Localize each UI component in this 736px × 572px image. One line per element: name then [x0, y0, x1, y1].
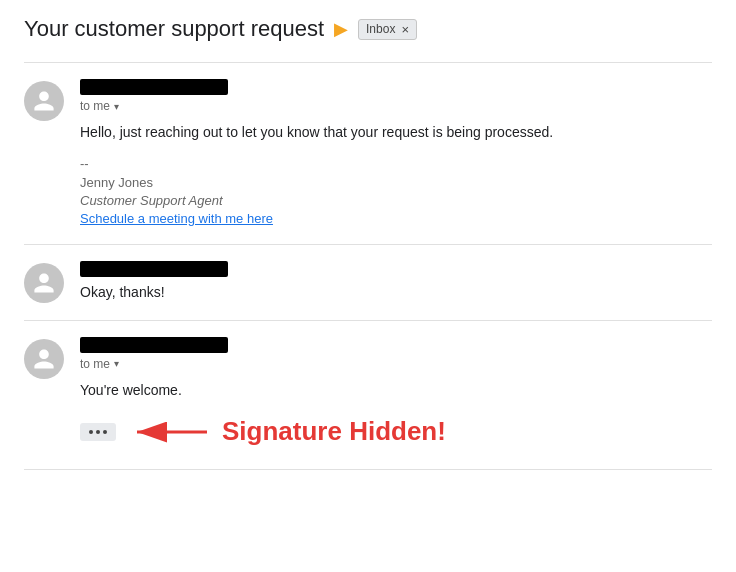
sender-name-bar-3 [80, 337, 228, 353]
inbox-badge[interactable]: Inbox × [358, 19, 417, 40]
signature-name-1: Jenny Jones [80, 174, 712, 192]
message-2-content: Okay, thanks! [80, 261, 712, 303]
signature-separator-1: -- Jenny Jones Customer Support Agent Sc… [80, 155, 712, 228]
message-3: to me ▾ You're welcome. [24, 321, 712, 470]
person-icon-1 [32, 89, 56, 113]
to-me-label-3: to me [80, 357, 110, 371]
to-me-3[interactable]: to me ▾ [80, 357, 712, 371]
person-icon-3 [32, 347, 56, 371]
dot-1 [89, 430, 93, 434]
to-me-chevron-3: ▾ [114, 358, 119, 369]
message-text-3: You're welcome. [80, 382, 182, 398]
message-body-1: Hello, just reaching out to let you know… [80, 121, 712, 228]
signature-link-1[interactable]: Schedule a meeting with me here [80, 211, 273, 226]
dots-button[interactable] [80, 423, 116, 441]
to-me-chevron-1: ▾ [114, 101, 119, 112]
message-thread: to me ▾ Hello, just reaching out to let … [24, 62, 712, 470]
inbox-badge-close[interactable]: × [401, 22, 409, 37]
message-body-3: You're welcome. [80, 379, 712, 453]
email-title: Your customer support request [24, 16, 324, 42]
to-me-label-1: to me [80, 99, 110, 113]
email-header: Your customer support request ▶ Inbox × [24, 16, 712, 42]
dot-3 [103, 430, 107, 434]
page-container: Your customer support request ▶ Inbox × … [0, 0, 736, 486]
signature-role-1: Customer Support Agent [80, 192, 712, 210]
avatar-2 [24, 263, 64, 303]
message-1-content: to me ▾ Hello, just reaching out to let … [80, 79, 712, 228]
forward-icon: ▶ [334, 18, 348, 40]
message-body-2: Okay, thanks! [80, 281, 712, 303]
person-icon-2 [32, 271, 56, 295]
message-text-2: Okay, thanks! [80, 284, 165, 300]
red-arrow-icon [132, 420, 212, 444]
sender-name-bar-1 [80, 79, 228, 95]
sender-name-bar-2 [80, 261, 228, 277]
message-1: to me ▾ Hello, just reaching out to let … [24, 63, 712, 245]
avatar-1 [24, 81, 64, 121]
to-me-1[interactable]: to me ▾ [80, 99, 712, 113]
signature-hidden-container: Signature Hidden! [80, 411, 712, 453]
message-text-1: Hello, just reaching out to let you know… [80, 124, 553, 140]
avatar-3 [24, 339, 64, 379]
signature-hidden-text: Signature Hidden! [222, 411, 446, 453]
dot-2 [96, 430, 100, 434]
message-2: Okay, thanks! [24, 245, 712, 320]
message-3-content: to me ▾ You're welcome. [80, 337, 712, 453]
arrow-svg [132, 420, 212, 444]
inbox-badge-label: Inbox [366, 22, 395, 36]
arrow-annotation: Signature Hidden! [132, 411, 446, 453]
